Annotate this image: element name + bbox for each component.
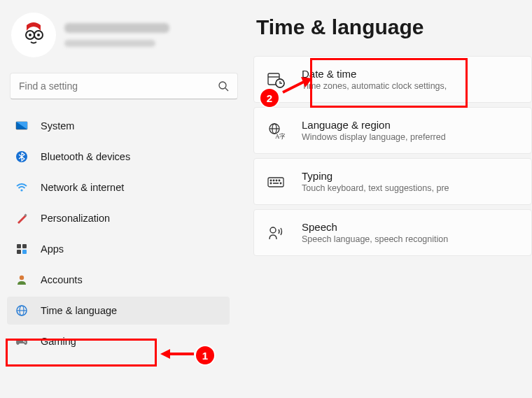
card-speech[interactable]: Speech Speech language, speech recogniti… — [253, 209, 532, 256]
wifi-icon — [15, 181, 28, 194]
person-icon — [15, 273, 28, 286]
svg-rect-16 — [17, 250, 21, 254]
card-date-time[interactable]: Date & time Time zones, automatic clock … — [253, 56, 532, 103]
card-subtitle: Windows display language, preferred — [302, 132, 446, 142]
bluetooth-icon — [15, 150, 28, 163]
sidebar-item-accounts[interactable]: Accounts — [7, 266, 230, 294]
page-title: Time & language — [253, 8, 532, 56]
card-subtitle: Speech language, speech recognition — [302, 234, 448, 244]
card-title: Typing — [302, 170, 449, 182]
svg-point-23 — [24, 341, 26, 343]
card-typing[interactable]: Typing Touch keyboard, text suggestions,… — [253, 158, 532, 205]
sidebar-item-label: Network & internet — [41, 182, 124, 193]
card-title: Date & time — [302, 68, 447, 80]
sidebar-item-apps[interactable]: Apps — [7, 235, 230, 263]
sidebar-nav: System Bluetooth & devices Network & int… — [7, 112, 241, 355]
svg-point-37 — [270, 183, 272, 184]
sidebar-item-label: Apps — [41, 243, 64, 255]
globe-language-icon: A字 — [267, 122, 285, 140]
profile-name-redacted — [64, 23, 169, 47]
svg-point-38 — [280, 183, 281, 184]
svg-rect-14 — [17, 244, 21, 248]
profile-block[interactable] — [7, 8, 241, 69]
avatar[interactable] — [11, 13, 56, 57]
globe-clock-icon — [15, 304, 28, 317]
calendar-clock-icon — [267, 71, 285, 89]
card-subtitle: Touch keyboard, text suggestions, pre — [302, 183, 449, 193]
search-input[interactable] — [19, 80, 218, 92]
settings-card-list: Date & time Time zones, automatic clock … — [253, 56, 532, 256]
svg-point-36 — [279, 180, 280, 181]
sidebar-item-label: Personalization — [41, 213, 110, 224]
sidebar-item-label: Bluetooth & devices — [41, 151, 130, 162]
card-language-region[interactable]: A字 Language & region Windows display lan… — [253, 107, 532, 154]
system-icon — [15, 120, 28, 132]
svg-point-22 — [23, 341, 24, 342]
svg-point-6 — [219, 82, 226, 89]
sidebar-item-bluetooth[interactable]: Bluetooth & devices — [7, 143, 230, 171]
svg-point-40 — [270, 227, 276, 233]
brush-icon — [15, 212, 28, 225]
svg-line-7 — [225, 88, 228, 91]
sidebar-item-gaming[interactable]: Gaming — [7, 327, 230, 355]
sidebar-item-system[interactable]: System — [7, 112, 230, 140]
card-title: Speech — [302, 221, 448, 233]
card-title: Language & region — [302, 119, 446, 131]
sidebar-item-personalization[interactable]: Personalization — [7, 204, 230, 232]
svg-rect-17 — [22, 250, 27, 254]
svg-point-34 — [273, 180, 274, 181]
apps-icon — [15, 243, 28, 255]
sidebar-item-label: System — [41, 120, 74, 132]
card-subtitle: Time zones, automatic clock settings, — [302, 81, 447, 91]
gamepad-icon — [15, 335, 28, 348]
sidebar-item-label: Time & language — [41, 305, 117, 316]
svg-point-12 — [20, 189, 22, 191]
sidebar-item-label: Gaming — [41, 336, 76, 347]
search-icon — [218, 80, 229, 92]
svg-point-33 — [270, 180, 272, 181]
svg-text:A字: A字 — [275, 133, 285, 140]
svg-point-5 — [37, 34, 40, 36]
svg-rect-32 — [268, 178, 284, 187]
sidebar-item-network[interactable]: Network & internet — [7, 173, 230, 201]
svg-point-4 — [29, 34, 31, 36]
search-box[interactable] — [10, 73, 238, 99]
svg-rect-15 — [22, 244, 27, 248]
sidebar-item-label: Accounts — [41, 274, 83, 285]
keyboard-icon — [267, 173, 285, 191]
speech-icon — [267, 224, 285, 242]
svg-point-35 — [276, 180, 277, 181]
sidebar-item-time-language[interactable]: Time & language — [7, 297, 230, 325]
svg-point-18 — [20, 276, 24, 280]
